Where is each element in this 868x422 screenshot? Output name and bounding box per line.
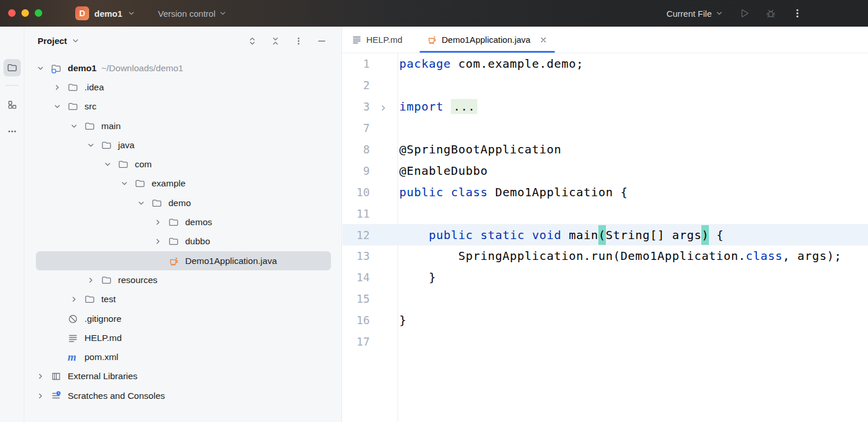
line-number: 2 xyxy=(343,79,398,91)
java-file-icon xyxy=(168,256,179,266)
tree-expand-toggle[interactable] xyxy=(36,64,51,73)
line-number: 12 xyxy=(343,229,398,241)
chevron-right-icon[interactable] xyxy=(86,276,95,285)
tree-expand-toggle[interactable] xyxy=(137,199,152,208)
tab-help-md[interactable]: HELP.md xyxy=(352,27,402,53)
tree-item-scratches-and-consoles[interactable]: Scratches and Consoles xyxy=(36,386,331,405)
code-line-14[interactable]: 14 } xyxy=(343,267,868,288)
chevron-right-icon[interactable] xyxy=(36,391,45,401)
project-tree: demo1~/Downloads/demo1.ideasrcmainjavaco… xyxy=(24,58,341,405)
tree-expand-toggle[interactable] xyxy=(86,276,101,285)
debug-button[interactable] xyxy=(765,8,777,19)
tree-expand-toggle[interactable] xyxy=(53,83,68,92)
tree-item-demo[interactable]: demo xyxy=(36,193,331,212)
tree-expand-toggle[interactable] xyxy=(103,160,118,169)
tree-item--idea[interactable]: .idea xyxy=(36,78,331,97)
chevron-down-icon[interactable] xyxy=(137,199,146,208)
zoom-window-button[interactable] xyxy=(35,9,42,17)
chevron-down-icon[interactable] xyxy=(69,122,79,131)
chevron-right-icon[interactable] xyxy=(36,372,45,381)
code-line-12[interactable]: 12 public static void main(String[] args… xyxy=(343,224,868,245)
chevron-right-icon[interactable] xyxy=(53,83,62,92)
tree-item-help-md[interactable]: HELP.md xyxy=(36,328,331,347)
tree-expand-toggle[interactable] xyxy=(36,391,51,401)
chevron-right-icon[interactable] xyxy=(69,295,79,304)
tree-item-example[interactable]: example xyxy=(36,174,331,193)
project-tool-window-button[interactable] xyxy=(3,59,21,76)
tree-expand-toggle[interactable] xyxy=(69,122,84,131)
libraries-icon xyxy=(51,371,65,381)
tree-item-test[interactable]: test xyxy=(36,290,331,309)
tree-item-pom-xml[interactable]: mpom.xml xyxy=(36,347,331,366)
tree-item-com[interactable]: com xyxy=(36,155,331,174)
tree-item-java[interactable]: java xyxy=(36,135,331,155)
tree-expand-toggle[interactable] xyxy=(53,102,68,111)
tree-item-dubbo[interactable]: dubbo xyxy=(36,232,331,251)
code-line-9[interactable]: 9@EnableDubbo xyxy=(343,160,868,181)
structure-tool-window-button[interactable] xyxy=(3,96,21,113)
tree-item-main[interactable]: main xyxy=(36,116,331,135)
more-tool-windows-button[interactable] xyxy=(3,123,21,140)
tree-expand-toggle[interactable] xyxy=(86,141,101,150)
project-widget[interactable]: D demo1 xyxy=(75,6,135,20)
tree-item-demo1[interactable]: demo1~/Downloads/demo1 xyxy=(36,58,331,78)
code-line-10[interactable]: 10public class Demo1Application { xyxy=(343,181,868,203)
chevron-down-icon[interactable] xyxy=(86,141,95,150)
collapse-all-button[interactable] xyxy=(271,36,280,46)
tree-item-src[interactable]: src xyxy=(36,97,331,116)
vcs-widget[interactable]: Version control xyxy=(158,6,227,20)
close-tab-icon[interactable] xyxy=(539,36,547,44)
run-button[interactable] xyxy=(738,8,750,19)
folder-icon xyxy=(84,121,95,131)
fold-toggle-icon[interactable] xyxy=(378,102,388,112)
tree-item-label: .idea xyxy=(84,82,104,93)
folder-icon xyxy=(168,217,182,227)
tree-item-label: test xyxy=(101,294,116,304)
code-text: @EnableDubbo xyxy=(398,164,488,178)
tree-item-external-libraries[interactable]: External Libraries xyxy=(36,367,331,386)
code-line-2[interactable]: 2 xyxy=(343,75,868,96)
more-options-button[interactable] xyxy=(792,8,803,19)
ignored-file-icon xyxy=(68,314,78,324)
code-line-1[interactable]: 1package com.example.demo; xyxy=(343,53,868,75)
tab-demo1application-java[interactable]: Demo1Application.java xyxy=(420,27,554,53)
tree-expand-toggle[interactable] xyxy=(36,372,51,381)
tab-label: HELP.md xyxy=(366,35,402,45)
chevron-down-icon[interactable] xyxy=(103,160,112,169)
tree-expand-toggle[interactable] xyxy=(120,179,135,188)
chevron-right-icon[interactable] xyxy=(153,218,163,227)
folder-icon xyxy=(152,198,162,208)
run-configuration-selector[interactable]: Current File xyxy=(667,9,723,19)
folder-icon xyxy=(84,121,98,131)
code-line-15[interactable]: 15 xyxy=(343,288,868,310)
expand-all-button[interactable] xyxy=(248,36,257,46)
chevron-right-icon[interactable] xyxy=(153,237,163,246)
code-line-7[interactable]: 7 xyxy=(343,118,868,139)
code-line-11[interactable]: 11 xyxy=(343,203,868,224)
tree-item-demo1application-java[interactable]: Demo1Application.java xyxy=(36,251,331,270)
vcs-label: Version control xyxy=(158,9,215,19)
tree-item-demos[interactable]: demos xyxy=(36,212,331,232)
line-number: 10 xyxy=(343,186,398,199)
code-line-3[interactable]: 3import ... xyxy=(343,96,868,118)
close-window-button[interactable] xyxy=(8,9,16,17)
code-line-13[interactable]: 13 SpringApplication.run(Demo1Applicatio… xyxy=(343,245,868,267)
tree-expand-toggle[interactable] xyxy=(153,218,168,227)
project-folder-icon xyxy=(51,63,65,74)
code-line-16[interactable]: 16} xyxy=(343,310,868,331)
folder-icon xyxy=(118,159,128,170)
hide-panel-button[interactable] xyxy=(317,36,326,46)
code-line-17[interactable]: 17 xyxy=(343,331,868,353)
java-file-icon xyxy=(427,35,437,45)
panel-options-button[interactable] xyxy=(294,36,303,46)
code-line-8[interactable]: 8@SpringBootApplication xyxy=(343,139,868,160)
chevron-down-icon[interactable] xyxy=(36,64,45,73)
tree-item-resources[interactable]: resources xyxy=(36,270,331,289)
tree-expand-toggle[interactable] xyxy=(153,237,168,246)
chevron-down-icon[interactable] xyxy=(53,102,62,111)
tree-expand-toggle[interactable] xyxy=(69,295,84,304)
chevron-down-icon[interactable] xyxy=(120,179,129,188)
tree-item--gitignore[interactable]: .gitignore xyxy=(36,309,331,328)
minimize-window-button[interactable] xyxy=(21,9,29,17)
project-panel-title-dropdown[interactable]: Project xyxy=(38,36,80,46)
